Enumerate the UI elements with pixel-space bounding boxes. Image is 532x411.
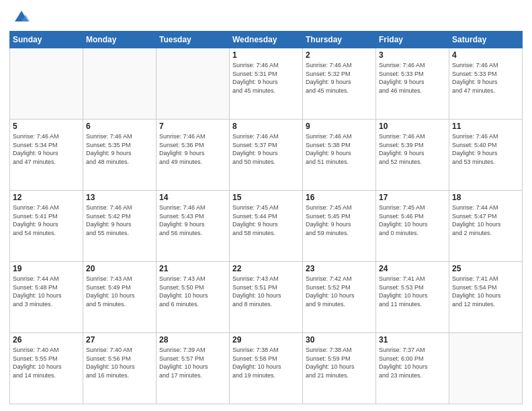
- calendar-cell: 20Sunrise: 7:43 AM Sunset: 5:49 PM Dayli…: [83, 262, 157, 333]
- day-number: 6: [86, 122, 153, 131]
- day-number: 3: [379, 50, 446, 60]
- week-row-5: 26Sunrise: 7:40 AM Sunset: 5:55 PM Dayli…: [10, 333, 523, 404]
- calendar-cell: [10, 48, 83, 120]
- logo-icon: [12, 7, 31, 26]
- calendar-cell: 17Sunrise: 7:45 AM Sunset: 5:46 PM Dayli…: [376, 191, 449, 262]
- calendar-cell: 30Sunrise: 7:38 AM Sunset: 5:59 PM Dayli…: [303, 333, 376, 404]
- calendar-cell: 25Sunrise: 7:41 AM Sunset: 5:54 PM Dayli…: [449, 262, 523, 333]
- day-info: Sunrise: 7:41 AM Sunset: 5:53 PM Dayligh…: [379, 275, 446, 308]
- calendar-cell: 13Sunrise: 7:46 AM Sunset: 5:42 PM Dayli…: [83, 191, 157, 262]
- calendar-cell: [83, 48, 157, 120]
- day-number: 18: [452, 193, 519, 202]
- day-info: Sunrise: 7:46 AM Sunset: 5:37 PM Dayligh…: [232, 132, 300, 166]
- day-number: 21: [159, 264, 226, 273]
- day-number: 22: [232, 264, 300, 273]
- calendar-cell: 19Sunrise: 7:44 AM Sunset: 5:48 PM Dayli…: [10, 262, 83, 333]
- weekday-header-thursday: Thursday: [303, 32, 376, 48]
- day-info: Sunrise: 7:46 AM Sunset: 5:40 PM Dayligh…: [452, 132, 519, 166]
- day-number: 20: [86, 264, 153, 273]
- day-info: Sunrise: 7:46 AM Sunset: 5:38 PM Dayligh…: [306, 132, 373, 166]
- logo: [9, 7, 31, 26]
- day-number: 12: [13, 193, 80, 202]
- day-info: Sunrise: 7:46 AM Sunset: 5:36 PM Dayligh…: [159, 132, 226, 166]
- day-number: 1: [232, 50, 300, 60]
- weekday-header-monday: Monday: [83, 32, 157, 48]
- day-number: 28: [159, 335, 226, 345]
- calendar-cell: 29Sunrise: 7:38 AM Sunset: 5:58 PM Dayli…: [230, 333, 303, 404]
- calendar-cell: 23Sunrise: 7:42 AM Sunset: 5:52 PM Dayli…: [303, 262, 376, 333]
- calendar-cell: 12Sunrise: 7:46 AM Sunset: 5:41 PM Dayli…: [10, 191, 83, 262]
- day-info: Sunrise: 7:38 AM Sunset: 5:59 PM Dayligh…: [306, 346, 373, 379]
- day-info: Sunrise: 7:45 AM Sunset: 5:45 PM Dayligh…: [306, 203, 373, 237]
- day-number: 24: [379, 264, 446, 273]
- calendar-cell: 4Sunrise: 7:46 AM Sunset: 5:33 PM Daylig…: [449, 48, 523, 120]
- day-number: 14: [159, 193, 226, 202]
- day-number: 31: [379, 335, 446, 345]
- calendar-cell: 26Sunrise: 7:40 AM Sunset: 5:55 PM Dayli…: [10, 333, 83, 404]
- calendar-cell: 27Sunrise: 7:40 AM Sunset: 5:56 PM Dayli…: [83, 333, 157, 404]
- weekday-header-friday: Friday: [376, 32, 449, 48]
- day-info: Sunrise: 7:46 AM Sunset: 5:41 PM Dayligh…: [13, 203, 80, 237]
- day-number: 5: [13, 122, 80, 131]
- week-row-4: 19Sunrise: 7:44 AM Sunset: 5:48 PM Dayli…: [10, 262, 523, 333]
- calendar-cell: 8Sunrise: 7:46 AM Sunset: 5:37 PM Daylig…: [230, 120, 303, 191]
- day-number: 17: [379, 193, 446, 202]
- day-number: 27: [86, 335, 153, 345]
- calendar-cell: 3Sunrise: 7:46 AM Sunset: 5:33 PM Daylig…: [376, 48, 449, 120]
- weekday-header-row: SundayMondayTuesdayWednesdayThursdayFrid…: [10, 32, 523, 48]
- day-number: 30: [306, 335, 373, 345]
- day-info: Sunrise: 7:45 AM Sunset: 5:46 PM Dayligh…: [379, 203, 446, 237]
- day-info: Sunrise: 7:43 AM Sunset: 5:50 PM Dayligh…: [159, 275, 226, 308]
- calendar-cell: 31Sunrise: 7:37 AM Sunset: 6:00 PM Dayli…: [376, 333, 449, 404]
- calendar-cell: 10Sunrise: 7:46 AM Sunset: 5:39 PM Dayli…: [376, 120, 449, 191]
- calendar-cell: 9Sunrise: 7:46 AM Sunset: 5:38 PM Daylig…: [303, 120, 376, 191]
- day-info: Sunrise: 7:39 AM Sunset: 5:57 PM Dayligh…: [159, 346, 226, 379]
- day-info: Sunrise: 7:44 AM Sunset: 5:47 PM Dayligh…: [452, 203, 519, 237]
- calendar-cell: 14Sunrise: 7:46 AM Sunset: 5:43 PM Dayli…: [157, 191, 230, 262]
- day-info: Sunrise: 7:46 AM Sunset: 5:42 PM Dayligh…: [86, 203, 153, 237]
- day-info: Sunrise: 7:46 AM Sunset: 5:32 PM Dayligh…: [306, 61, 373, 95]
- day-info: Sunrise: 7:43 AM Sunset: 5:49 PM Dayligh…: [86, 275, 153, 308]
- calendar-cell: 24Sunrise: 7:41 AM Sunset: 5:53 PM Dayli…: [376, 262, 449, 333]
- day-number: 11: [452, 122, 519, 131]
- calendar-cell: [157, 48, 230, 120]
- day-info: Sunrise: 7:46 AM Sunset: 5:39 PM Dayligh…: [379, 132, 446, 166]
- day-info: Sunrise: 7:44 AM Sunset: 5:48 PM Dayligh…: [13, 275, 80, 308]
- calendar-cell: 2Sunrise: 7:46 AM Sunset: 5:32 PM Daylig…: [303, 48, 376, 120]
- day-info: Sunrise: 7:46 AM Sunset: 5:34 PM Dayligh…: [13, 132, 80, 166]
- calendar-cell: 28Sunrise: 7:39 AM Sunset: 5:57 PM Dayli…: [157, 333, 230, 404]
- day-info: Sunrise: 7:40 AM Sunset: 5:56 PM Dayligh…: [86, 346, 153, 379]
- calendar-cell: 7Sunrise: 7:46 AM Sunset: 5:36 PM Daylig…: [157, 120, 230, 191]
- day-info: Sunrise: 7:45 AM Sunset: 5:44 PM Dayligh…: [232, 203, 300, 237]
- day-number: 23: [306, 264, 373, 273]
- calendar-table: SundayMondayTuesdayWednesdayThursdayFrid…: [9, 31, 523, 404]
- calendar-cell: 22Sunrise: 7:43 AM Sunset: 5:51 PM Dayli…: [230, 262, 303, 333]
- calendar-cell: [449, 333, 523, 404]
- weekday-header-wednesday: Wednesday: [230, 32, 303, 48]
- calendar-cell: 21Sunrise: 7:43 AM Sunset: 5:50 PM Dayli…: [157, 262, 230, 333]
- day-number: 8: [232, 122, 300, 131]
- day-info: Sunrise: 7:37 AM Sunset: 6:00 PM Dayligh…: [379, 346, 446, 379]
- day-info: Sunrise: 7:46 AM Sunset: 5:35 PM Dayligh…: [86, 132, 153, 166]
- week-row-3: 12Sunrise: 7:46 AM Sunset: 5:41 PM Dayli…: [10, 191, 523, 262]
- calendar-cell: 1Sunrise: 7:46 AM Sunset: 5:31 PM Daylig…: [230, 48, 303, 120]
- day-info: Sunrise: 7:46 AM Sunset: 5:33 PM Dayligh…: [452, 61, 519, 95]
- day-number: 16: [306, 193, 373, 202]
- day-number: 10: [379, 122, 446, 131]
- weekday-header-sunday: Sunday: [10, 32, 83, 48]
- day-number: 4: [452, 50, 519, 60]
- calendar-cell: 18Sunrise: 7:44 AM Sunset: 5:47 PM Dayli…: [449, 191, 523, 262]
- header: [9, 7, 523, 26]
- day-info: Sunrise: 7:46 AM Sunset: 5:31 PM Dayligh…: [232, 61, 300, 95]
- day-number: 15: [232, 193, 300, 202]
- day-info: Sunrise: 7:41 AM Sunset: 5:54 PM Dayligh…: [452, 275, 519, 308]
- day-info: Sunrise: 7:40 AM Sunset: 5:55 PM Dayligh…: [13, 346, 80, 379]
- calendar-cell: 6Sunrise: 7:46 AM Sunset: 5:35 PM Daylig…: [83, 120, 157, 191]
- day-number: 2: [306, 50, 373, 60]
- weekday-header-tuesday: Tuesday: [157, 32, 230, 48]
- day-info: Sunrise: 7:43 AM Sunset: 5:51 PM Dayligh…: [232, 275, 300, 308]
- day-number: 19: [13, 264, 80, 273]
- calendar-cell: 15Sunrise: 7:45 AM Sunset: 5:44 PM Dayli…: [230, 191, 303, 262]
- calendar-cell: 11Sunrise: 7:46 AM Sunset: 5:40 PM Dayli…: [449, 120, 523, 191]
- day-number: 13: [86, 193, 153, 202]
